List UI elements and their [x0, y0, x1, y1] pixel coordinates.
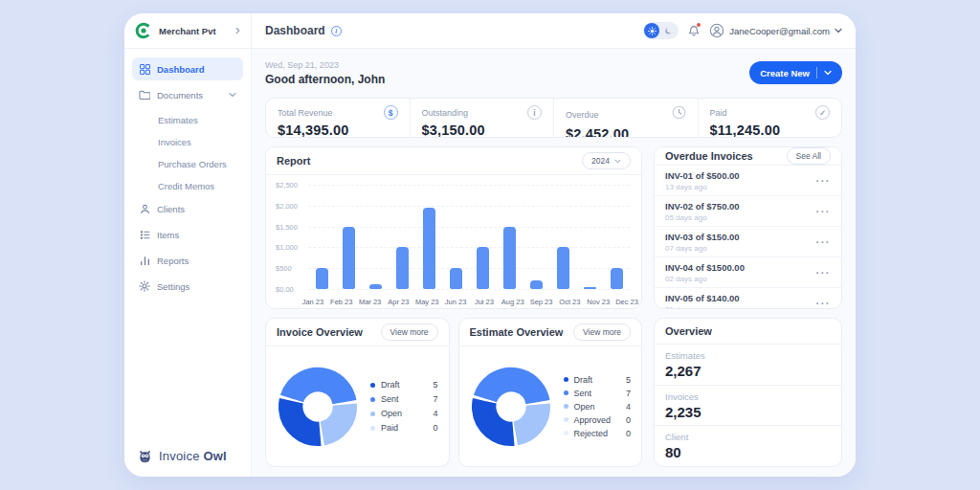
y-tick-label: $500 — [276, 264, 292, 273]
dashboard-content: Wed, Sep 21, 2023 Good afternoon, John C… — [252, 49, 856, 477]
legend-dot — [564, 390, 568, 395]
sidebar-item-documents[interactable]: Documents — [132, 83, 243, 106]
x-tick-label: Feb 23 — [327, 298, 356, 306]
owl-icon — [137, 448, 153, 464]
chevron-down-icon — [835, 28, 842, 33]
report-bar-sep-23 — [530, 280, 543, 289]
estimate-overview-title: Estimate Overview — [470, 326, 564, 338]
overdue-invoice-menu-icon[interactable]: ··· — [816, 175, 832, 187]
legend-row-approved: Approved0 — [564, 415, 632, 425]
sidebar-item-purchase-orders[interactable]: Purchase Orders — [132, 153, 243, 174]
overview-row-estimates: Estimates2,267 — [655, 345, 841, 386]
overview-title: Overview — [665, 325, 712, 337]
account-menu[interactable]: JaneCooper@gmail.com — [709, 23, 842, 38]
invoice-owl-brand: Invoice Owl — [137, 448, 227, 464]
legend-label: Approved — [574, 415, 620, 425]
legend-row-sent: Sent7 — [564, 389, 632, 398]
clients-icon — [139, 204, 150, 214]
legend-dot — [370, 397, 375, 402]
overdue-invoice-menu-icon[interactable]: ··· — [816, 236, 832, 248]
bar-column — [496, 185, 523, 289]
estimate-donut-chart — [470, 366, 552, 448]
sidebar-item-reports[interactable]: Reports — [132, 249, 243, 272]
notifications-bell-icon[interactable] — [688, 25, 700, 37]
sidebar-item-estimates[interactable]: Estimates — [132, 109, 243, 130]
sidebar-nav: DashboardDocumentsEstimatesInvoicesPurch… — [124, 49, 251, 477]
workspace-name: Merchant Pvt — [159, 26, 229, 36]
x-axis: Jan 23Feb 23Mar 23Apr 23May 23Jun 23Jul … — [299, 298, 641, 306]
dashboard-grid-icon — [139, 64, 150, 75]
sidebar-item-label: Documents — [157, 90, 222, 100]
create-new-button[interactable]: Create New — [749, 61, 842, 84]
report-card: Report 2024 $2,500$2,000$1,500$1,000$500… — [265, 146, 642, 309]
sidebar-item-credit-memos[interactable]: Credit Memos — [132, 175, 243, 196]
stat-value: $11,245.00 — [710, 122, 831, 138]
y-tick-label: $1,500 — [276, 222, 298, 231]
sidebar-item-dashboard[interactable]: Dashboard — [132, 57, 243, 80]
theme-toggle[interactable] — [643, 22, 679, 39]
bar-column — [308, 185, 335, 289]
bar-column — [603, 185, 630, 289]
sidebar-item-label: Clients — [157, 204, 236, 214]
report-year-dropdown[interactable]: 2024 — [582, 152, 631, 169]
legend-value: 5 — [626, 375, 631, 385]
legend-label: Sent — [574, 389, 620, 398]
legend-dot — [564, 431, 568, 435]
info-icon[interactable]: i — [331, 26, 342, 36]
overdue-invoice-menu-icon[interactable]: ··· — [816, 298, 832, 309]
sidebar-subitem-label: Estimates — [158, 115, 198, 125]
x-tick-label: Jan 23 — [299, 298, 327, 306]
greeting-message: Good afternoon, John — [265, 73, 385, 86]
overview-row-value: 80 — [665, 444, 831, 460]
estimate-view-more-button[interactable]: View more — [573, 323, 631, 341]
chart-plot-area — [308, 185, 630, 289]
sidebar-subitem-label: Invoices — [158, 137, 191, 147]
bar-column — [469, 185, 496, 289]
notification-dot — [697, 23, 702, 28]
x-tick-label: May 23 — [412, 298, 441, 306]
overview-card: Overview Estimates2,267Invoices2,235Clie… — [654, 318, 842, 467]
overdue-invoice-row: INV-02 of $750.0005 days ago··· — [655, 196, 841, 227]
overview-rows: Estimates2,267Invoices2,235Client80 — [655, 345, 841, 466]
brand-name: Invoice Owl — [159, 449, 227, 463]
estimate-legend: Draft5Sent7Open4Approved0Rejected0 — [552, 375, 632, 438]
bar-chart: $2,500$2,000$1,500$1,000$500$0.00 — [266, 175, 641, 294]
sidebar-item-settings[interactable]: Settings — [132, 275, 243, 298]
y-tick-label: $2,000 — [276, 201, 298, 210]
sidebar-item-items[interactable]: Items — [132, 223, 243, 246]
legend-value: 5 — [433, 380, 437, 390]
overdue-invoice-menu-icon[interactable]: ··· — [816, 267, 832, 278]
x-tick-label: Apr 23 — [384, 298, 412, 306]
report-title: Report — [277, 155, 310, 167]
report-bar-oct-23 — [557, 247, 569, 289]
avatar-icon — [709, 23, 724, 38]
dollar-circle-icon: $ — [384, 105, 398, 120]
see-all-button[interactable]: See All — [787, 147, 831, 165]
report-bar-jun-23 — [450, 268, 462, 289]
x-tick-label: Sep 23 — [527, 298, 556, 306]
legend-label: Rejected — [574, 429, 620, 438]
legend-dot — [564, 404, 568, 409]
overdue-invoice-menu-icon[interactable]: ··· — [816, 206, 832, 217]
y-tick-label: $2,500 — [276, 181, 298, 189]
app-window: Merchant Pvt DashboardDocumentsEstimates… — [124, 13, 856, 477]
sidebar-item-invoices[interactable]: Invoices — [132, 131, 243, 152]
overview-charts-row: Invoice Overview View more Draft5Sent7Op… — [265, 318, 642, 467]
create-new-label: Create New — [760, 68, 810, 78]
bar-column — [576, 185, 603, 289]
invoice-donut-chart — [277, 366, 359, 448]
greeting-row: Wed, Sep 21, 2023 Good afternoon, John C… — [265, 56, 842, 89]
stats-summary-card: Total Revenue$$14,395.00Outstandingi$3,1… — [265, 98, 842, 138]
sidebar-subitem-label: Purchase Orders — [158, 159, 227, 169]
account-email: JaneCooper@gmail.com — [729, 26, 830, 36]
legend-row-rejected: Rejected0 — [564, 429, 632, 438]
bars-container — [308, 185, 630, 289]
legend-row-sent: Sent7 — [370, 394, 438, 404]
bar-column — [389, 185, 415, 289]
invoice-view-more-button[interactable]: View more — [381, 323, 438, 341]
report-bar-apr-23 — [396, 247, 409, 289]
sidebar-item-clients[interactable]: Clients — [132, 197, 243, 220]
settings-icon — [139, 280, 150, 292]
stat-value: $3,150.00 — [422, 122, 543, 138]
workspace-switcher[interactable]: Merchant Pvt — [124, 13, 251, 49]
